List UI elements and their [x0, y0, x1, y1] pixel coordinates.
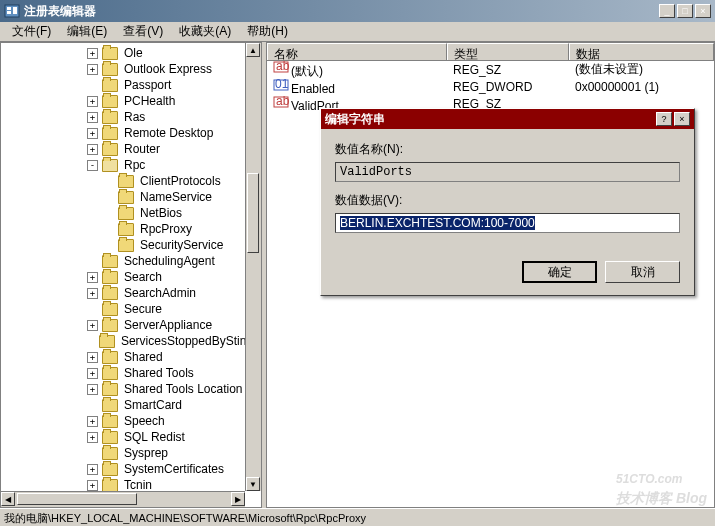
col-type[interactable]: 类型	[447, 43, 569, 60]
tree-label[interactable]: Passport	[122, 78, 173, 92]
tree-label[interactable]: Ole	[122, 46, 145, 60]
tree-label[interactable]: SQL Redist	[122, 430, 187, 444]
tree-node[interactable]: +RpcProxy	[3, 221, 259, 237]
tree-node[interactable]: +ServerAppliance	[3, 317, 259, 333]
menu-file[interactable]: 文件(F)	[4, 21, 59, 42]
expander-icon[interactable]: -	[87, 160, 98, 171]
maximize-button[interactable]: □	[677, 4, 693, 18]
expander-icon[interactable]: +	[87, 384, 98, 395]
tree-node[interactable]: +Passport	[3, 77, 259, 93]
tree-node[interactable]: -Rpc	[3, 157, 259, 173]
ok-button[interactable]: 确定	[522, 261, 597, 283]
tree-node[interactable]: +NetBios	[3, 205, 259, 221]
tree-scrollbar-v[interactable]: ▲ ▼	[245, 43, 261, 491]
list-row[interactable]: 011EnabledREG_DWORD0x00000001 (1)	[267, 78, 714, 95]
menu-fav[interactable]: 收藏夹(A)	[171, 21, 239, 42]
expander-icon[interactable]: +	[87, 368, 98, 379]
scroll-right-icon[interactable]: ▶	[231, 492, 245, 506]
tree-node[interactable]: +NameService	[3, 189, 259, 205]
tree-label[interactable]: Shared	[122, 350, 165, 364]
tree-node[interactable]: +Shared Tools	[3, 365, 259, 381]
scroll-down-icon[interactable]: ▼	[246, 477, 260, 491]
tree-node[interactable]: +Search	[3, 269, 259, 285]
tree-label[interactable]: PCHealth	[122, 94, 177, 108]
expander-icon[interactable]: +	[87, 48, 98, 59]
value-name-field[interactable]: ValidPorts	[335, 162, 680, 182]
tree-node[interactable]: +SchedulingAgent	[3, 253, 259, 269]
tree-node[interactable]: +ServicesStoppedByStingr	[3, 333, 259, 349]
expander-icon[interactable]: +	[87, 128, 98, 139]
tree-pane[interactable]: +Ole+Outlook Express+Passport+PCHealth+R…	[0, 42, 262, 508]
tree-label[interactable]: NetBios	[138, 206, 184, 220]
col-name[interactable]: 名称	[267, 43, 447, 60]
expander-icon[interactable]: +	[87, 480, 98, 491]
tree-label[interactable]: Search	[122, 270, 164, 284]
expander-icon[interactable]: +	[87, 112, 98, 123]
tree-node[interactable]: +SearchAdmin	[3, 285, 259, 301]
expander-icon[interactable]: +	[87, 416, 98, 427]
tree-label[interactable]: Rpc	[122, 158, 147, 172]
expander-icon[interactable]: +	[87, 288, 98, 299]
expander-icon[interactable]: +	[87, 464, 98, 475]
expander-icon[interactable]: +	[87, 272, 98, 283]
tree-node[interactable]: +Sysprep	[3, 445, 259, 461]
scroll-thumb[interactable]	[247, 173, 259, 253]
tree-label[interactable]: Router	[122, 142, 162, 156]
tree-node[interactable]: +SecurityService	[3, 237, 259, 253]
expander-icon[interactable]: +	[87, 352, 98, 363]
tree-node[interactable]: +SQL Redist	[3, 429, 259, 445]
tree-label[interactable]: SystemCertificates	[122, 462, 226, 476]
close-button[interactable]: ×	[695, 4, 711, 18]
tree-node[interactable]: +Router	[3, 141, 259, 157]
expander-icon[interactable]: +	[87, 64, 98, 75]
tree-node[interactable]: +Shared	[3, 349, 259, 365]
scroll-up-icon[interactable]: ▲	[246, 43, 260, 57]
tree-label[interactable]: Shared Tools Location	[122, 382, 245, 396]
tree-node[interactable]: +Remote Desktop	[3, 125, 259, 141]
tree-node[interactable]: +SmartCard	[3, 397, 259, 413]
tree-node[interactable]: +PCHealth	[3, 93, 259, 109]
tree-label[interactable]: ServicesStoppedByStingr	[119, 334, 259, 348]
tree-label[interactable]: Secure	[122, 302, 164, 316]
expander-icon[interactable]: +	[87, 320, 98, 331]
tree-label[interactable]: Tcnin	[122, 478, 154, 492]
expander-icon[interactable]: +	[87, 432, 98, 443]
tree-node[interactable]: +Ole	[3, 45, 259, 61]
tree-label[interactable]: Speech	[122, 414, 167, 428]
tree-node[interactable]: +Outlook Express	[3, 61, 259, 77]
tree-scrollbar-h[interactable]: ◀ ▶	[1, 491, 245, 507]
minimize-button[interactable]: _	[659, 4, 675, 18]
tree-node[interactable]: +SystemCertificates	[3, 461, 259, 477]
list-row[interactable]: ab(默认)REG_SZ(数值未设置)	[267, 61, 714, 78]
menu-help[interactable]: 帮助(H)	[239, 21, 296, 42]
expander-icon[interactable]: +	[87, 144, 98, 155]
tree-label[interactable]: NameService	[138, 190, 214, 204]
menu-edit[interactable]: 编辑(E)	[59, 21, 115, 42]
tree-label[interactable]: SecurityService	[138, 238, 225, 252]
tree-label[interactable]: Shared Tools	[122, 366, 196, 380]
tree-label[interactable]: Outlook Express	[122, 62, 214, 76]
tree-label[interactable]: SmartCard	[122, 398, 184, 412]
tree-node[interactable]: +Secure	[3, 301, 259, 317]
dialog-close-button[interactable]: ×	[674, 112, 690, 126]
value-data-field[interactable]: BERLIN.EXCHTEST.COM:100-7000	[335, 213, 680, 233]
menu-view[interactable]: 查看(V)	[115, 21, 171, 42]
tree-label[interactable]: ClientProtocols	[138, 174, 223, 188]
tree-node[interactable]: +ClientProtocols	[3, 173, 259, 189]
cancel-button[interactable]: 取消	[605, 261, 680, 283]
tree-label[interactable]: SchedulingAgent	[122, 254, 217, 268]
tree-label[interactable]: SearchAdmin	[122, 286, 198, 300]
scroll-left-icon[interactable]: ◀	[1, 492, 15, 506]
tree-label[interactable]: Sysprep	[122, 446, 170, 460]
dialog-titlebar[interactable]: 编辑字符串 ? ×	[321, 109, 694, 129]
tree-node[interactable]: +Ras	[3, 109, 259, 125]
tree-node[interactable]: +Speech	[3, 413, 259, 429]
scroll-thumb[interactable]	[17, 493, 137, 505]
tree-label[interactable]: ServerAppliance	[122, 318, 214, 332]
tree-node[interactable]: +Shared Tools Location	[3, 381, 259, 397]
expander-icon[interactable]: +	[87, 96, 98, 107]
tree-label[interactable]: Ras	[122, 110, 147, 124]
tree-label[interactable]: Remote Desktop	[122, 126, 215, 140]
col-data[interactable]: 数据	[569, 43, 714, 60]
dialog-help-button[interactable]: ?	[656, 112, 672, 126]
